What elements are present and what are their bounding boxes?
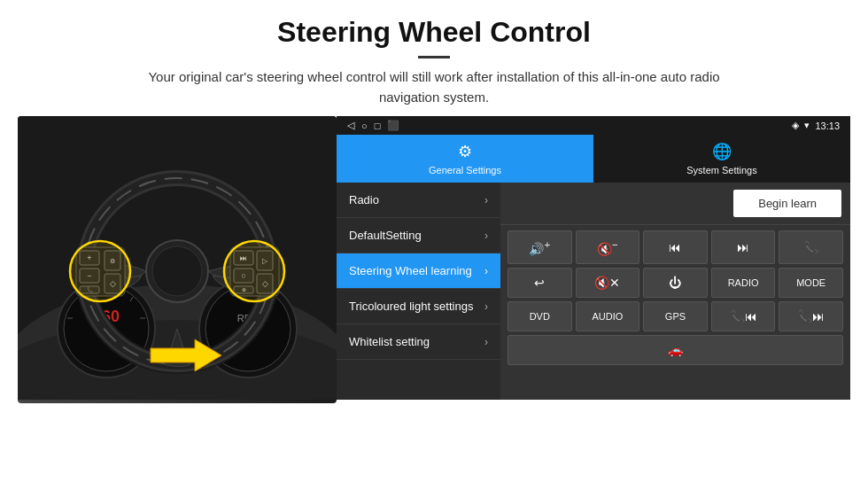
back-icon[interactable]: ◁ [347,120,354,131]
menu-item-radio[interactable]: Radio › [337,183,500,218]
home-icon[interactable]: ○ [361,121,368,131]
menu-item-tricolour[interactable]: Tricoloured light settings › [337,289,500,324]
recents-icon[interactable]: □ [375,121,381,131]
clock: 13:13 [815,121,840,131]
status-bar: ◁ ○ □ ⬛ ◈ ▾ 13:13 [337,116,850,135]
page-header: Steering Wheel Control Your original car… [0,0,868,116]
chevron-right-icon: › [484,336,488,348]
menu-steering-label: Steering Wheel learning [349,264,472,277]
left-menu: Radio › DefaultSetting › Steering Wheel … [337,183,500,400]
begin-learn-button[interactable]: Begin learn [733,190,841,217]
cast-icon[interactable]: ⬛ [387,120,399,131]
chevron-right-icon: › [484,300,488,313]
tab-system[interactable]: 🌐 System Settings [593,135,850,183]
settings-gear-icon: ⚙ [458,142,472,161]
chevron-right-icon: › [484,265,488,277]
svg-point-21 [152,246,202,296]
vol-up-button[interactable]: 🔊+ [508,230,572,264]
prev-track-button[interactable]: ⏮ [643,230,708,264]
menu-radio-label: Radio [349,193,379,206]
menu-item-whitelist[interactable]: Whitelist setting › [337,324,500,360]
next-track-button[interactable]: ⏭ [711,230,776,264]
controls-row-3: DVD AUDIO GPS 📞⏮ 📞⏭ [508,301,843,331]
page-title: Steering Wheel Control [18,16,850,49]
system-globe-icon: 🌐 [712,142,732,161]
controls-grid: 🔊+ 🔇− ⏮ ⏭ 📞 ↩ 🔇✕ ⏻ RADIO MODE [500,225,850,370]
tab-system-label: System Settings [686,165,756,175]
gps-button[interactable]: GPS [643,301,708,331]
tab-bar: ⚙ General Settings 🌐 System Settings [337,135,850,183]
menu-tricolour-label: Tricoloured light settings [349,300,473,313]
menu-default-label: DefaultSetting [349,229,422,242]
menu-item-default[interactable]: DefaultSetting › [337,218,500,253]
right-content: Begin learn 🔊+ 🔇− ⏮ ⏭ 📞 ↩ 🔇✕ [500,183,850,400]
radio-button[interactable]: RADIO [711,268,776,298]
status-icons: ◈ ▾ 13:13 [792,120,840,131]
mode-button[interactable]: MODE [779,268,843,298]
tab-general[interactable]: ⚙ General Settings [337,135,593,183]
chevron-right-icon: › [484,230,488,242]
svg-point-45 [224,241,284,301]
menu-item-steering[interactable]: Steering Wheel learning › [337,253,500,289]
tel-next-button[interactable]: 📞⏭ [779,301,843,331]
controls-row-1: 🔊+ 🔇− ⏮ ⏭ 📞 [508,230,843,264]
extra-button[interactable]: 🚗 [508,335,843,365]
chevron-right-icon: › [484,194,488,206]
steering-wheel-image: 160 km/h RPM ×1000 [18,116,337,403]
tel-prev-button[interactable]: 📞⏮ [711,301,776,331]
controls-row-2: ↩ 🔇✕ ⏻ RADIO MODE [508,268,843,298]
nav-icons: ◁ ○ □ ⬛ [347,120,399,131]
menu-whitelist-label: Whitelist setting [349,335,430,348]
mute-button[interactable]: 🔇✕ [576,268,640,298]
vol-down-button[interactable]: 🔇− [576,230,640,264]
main-content: 160 km/h RPM ×1000 [0,116,868,412]
settings-panel: Radio › DefaultSetting › Steering Wheel … [337,183,850,400]
hang-up-button[interactable]: ↩ [508,268,572,298]
begin-learn-row: Begin learn [500,183,850,225]
tab-general-label: General Settings [429,165,501,175]
steering-wheel-svg: 160 km/h RPM ×1000 [18,116,337,400]
location-icon: ◈ [792,120,799,131]
svg-point-44 [70,241,130,301]
call-button[interactable]: 📞 [779,230,843,264]
wifi-icon: ▾ [804,120,810,131]
title-divider [418,56,450,58]
controls-row-4: 🚗 [508,335,843,365]
dvd-button[interactable]: DVD [508,301,572,331]
audio-button[interactable]: AUDIO [576,301,640,331]
hu-screen: ◁ ○ □ ⬛ ◈ ▾ 13:13 ⚙ General Settings 🌐 S… [337,116,850,400]
page-description: Your original car's steering wheel contr… [133,67,735,107]
power-button[interactable]: ⏻ [643,268,708,298]
